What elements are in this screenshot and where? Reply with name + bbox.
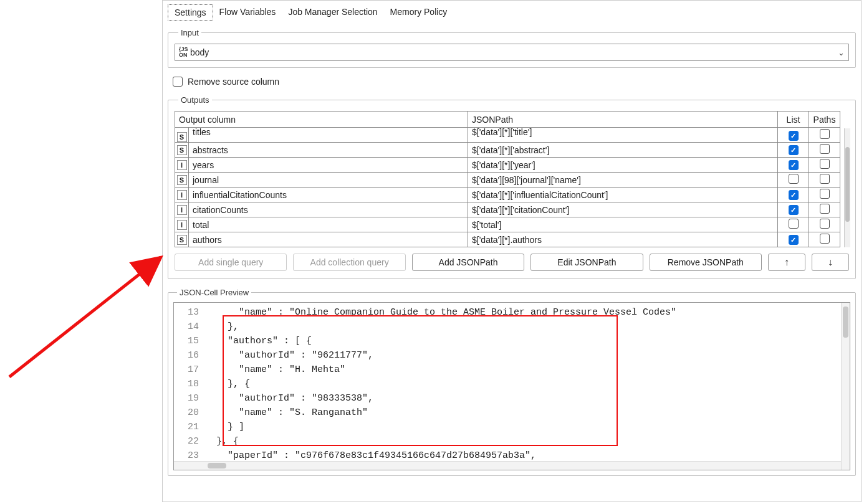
jsonpath-cell[interactable]: $['data'][*]['title']	[468, 128, 778, 143]
list-checkbox-cell[interactable]	[778, 232, 809, 247]
jsonpath-cell[interactable]: $['data'][*]['influentialCitationCount']	[468, 188, 778, 202]
add-jsonpath-button[interactable]: Add JSONPath	[412, 254, 524, 271]
preview-horizontal-scrollbar[interactable]	[174, 461, 841, 470]
list-checkbox[interactable]	[789, 205, 799, 215]
list-checkbox-cell[interactable]	[778, 128, 809, 143]
jsonpath-cell[interactable]: $['data'][*]['abstract']	[468, 143, 778, 158]
type-badge: I	[177, 160, 187, 170]
code-text: "authorId" : "98333538",	[205, 391, 373, 406]
line-number: 21	[174, 420, 205, 434]
line-number: 14	[174, 320, 205, 334]
jsonpath-cell[interactable]: $['total']	[468, 217, 778, 232]
output-name-cell[interactable]: authors	[189, 232, 468, 247]
remove-jsonpath-button[interactable]: Remove JSONPath	[650, 254, 762, 271]
paths-checkbox-cell[interactable]	[809, 188, 840, 202]
json-preview[interactable]: 13 "name" : "Online Companion Guide to t…	[173, 302, 850, 470]
input-column-select[interactable]: {JSON body ⌄	[175, 44, 849, 61]
jsonpath-cell[interactable]: $['data'][*]['citationCount']	[468, 202, 778, 217]
output-name-cell[interactable]: citationCounts	[189, 202, 468, 217]
jsonpath-cell[interactable]: $['data'][*]['year']	[468, 158, 778, 173]
outputs-row[interactable]: Itotal$['total']	[175, 217, 849, 232]
preview-vscroll-thumb[interactable]	[843, 307, 848, 338]
outputs-row[interactable]: Iyears$['data'][*]['year']	[175, 158, 849, 173]
preview-hscroll-thumb[interactable]	[208, 463, 226, 468]
list-checkbox-cell[interactable]	[778, 217, 809, 232]
outputs-row[interactable]: Sjournal$['data'][98]['journal']['name']	[175, 173, 849, 188]
outputs-row[interactable]: IinfluentialCitationCounts$['data'][*]['…	[175, 188, 849, 202]
paths-checkbox-cell[interactable]	[809, 217, 840, 232]
paths-checkbox[interactable]	[820, 204, 830, 214]
outputs-scroll-thumb[interactable]	[845, 147, 850, 222]
paths-checkbox-cell[interactable]	[809, 128, 840, 143]
code-line: 15 "authors" : [ {	[174, 334, 850, 348]
outputs-button-row: Add single query Add collection query Ad…	[175, 254, 849, 271]
line-number: 18	[174, 377, 205, 391]
type-badge: I	[177, 205, 187, 215]
paths-checkbox-cell[interactable]	[809, 143, 840, 158]
paths-checkbox[interactable]	[820, 234, 830, 244]
remove-source-checkbox[interactable]	[173, 77, 183, 87]
move-down-button[interactable]: ↓	[812, 254, 849, 271]
list-checkbox[interactable]	[789, 131, 799, 141]
code-text: "name" : "H. Mehta"	[205, 363, 345, 377]
outputs-table[interactable]: Output column JSONPath List Paths Stitle…	[175, 111, 849, 247]
tab-settings[interactable]: Settings	[168, 4, 213, 21]
outputs-scrollbar[interactable]	[844, 128, 850, 247]
list-checkbox[interactable]	[789, 190, 799, 200]
paths-checkbox-cell[interactable]	[809, 158, 840, 173]
code-area[interactable]: 13 "name" : "Online Companion Guide to t…	[174, 303, 850, 465]
header-jsonpath[interactable]: JSONPath	[468, 112, 778, 128]
list-checkbox[interactable]	[789, 174, 799, 184]
edit-jsonpath-button[interactable]: Edit JSONPath	[530, 254, 643, 271]
type-badge: S	[177, 132, 187, 142]
paths-checkbox[interactable]	[820, 174, 830, 184]
line-number: 13	[174, 305, 205, 320]
tab-job-manager-selection[interactable]: Job Manager Selection	[282, 4, 383, 21]
outputs-row[interactable]: IcitationCounts$['data'][*]['citationCou…	[175, 202, 849, 217]
remove-source-row[interactable]: Remove source column	[173, 77, 856, 87]
jsonpath-cell[interactable]: $['data'][98]['journal']['name']	[468, 173, 778, 188]
tab-memory-policy[interactable]: Memory Policy	[384, 4, 454, 21]
code-text: } ]	[205, 420, 244, 434]
paths-checkbox[interactable]	[820, 144, 830, 154]
outputs-row[interactable]: Stitles$['data'][*]['title']	[175, 128, 849, 143]
type-badge: I	[177, 220, 187, 230]
paths-checkbox-cell[interactable]	[809, 202, 840, 217]
output-name-cell[interactable]: abstracts	[189, 143, 468, 158]
annotation-arrow	[0, 246, 175, 383]
output-name-cell[interactable]: total	[189, 217, 468, 232]
header-list[interactable]: List	[778, 112, 809, 128]
type-badge: S	[177, 235, 187, 245]
preview-vertical-scrollbar[interactable]	[841, 303, 850, 470]
list-checkbox[interactable]	[789, 145, 799, 155]
svg-line-0	[9, 257, 161, 377]
paths-checkbox[interactable]	[820, 189, 830, 199]
header-paths[interactable]: Paths	[809, 112, 840, 128]
code-text: },	[205, 320, 239, 334]
outputs-row[interactable]: Sauthors$['data'][*].authors	[175, 232, 849, 247]
add-single-query-button[interactable]: Add single query	[175, 254, 287, 271]
output-name-cell[interactable]: journal	[189, 173, 468, 188]
outputs-row[interactable]: Sabstracts$['data'][*]['abstract']	[175, 143, 849, 158]
output-name-cell[interactable]: influentialCitationCounts	[189, 188, 468, 202]
paths-checkbox[interactable]	[820, 219, 830, 229]
header-output-col[interactable]: Output column	[175, 112, 468, 128]
jsonpath-cell[interactable]: $['data'][*].authors	[468, 232, 778, 247]
list-checkbox[interactable]	[789, 235, 799, 245]
paths-checkbox-cell[interactable]	[809, 173, 840, 188]
list-checkbox-cell[interactable]	[778, 173, 809, 188]
list-checkbox[interactable]	[789, 160, 799, 170]
add-collection-query-button[interactable]: Add collection query	[293, 254, 405, 271]
output-name-cell[interactable]: years	[189, 158, 468, 173]
paths-checkbox[interactable]	[820, 129, 830, 139]
paths-checkbox[interactable]	[820, 159, 830, 169]
list-checkbox-cell[interactable]	[778, 158, 809, 173]
list-checkbox[interactable]	[789, 219, 799, 229]
tab-flow-variables[interactable]: Flow Variables	[213, 4, 282, 21]
list-checkbox-cell[interactable]	[778, 188, 809, 202]
list-checkbox-cell[interactable]	[778, 143, 809, 158]
move-up-button[interactable]: ↑	[768, 254, 805, 271]
paths-checkbox-cell[interactable]	[809, 232, 840, 247]
output-name-cell[interactable]: titles	[189, 128, 468, 143]
list-checkbox-cell[interactable]	[778, 202, 809, 217]
